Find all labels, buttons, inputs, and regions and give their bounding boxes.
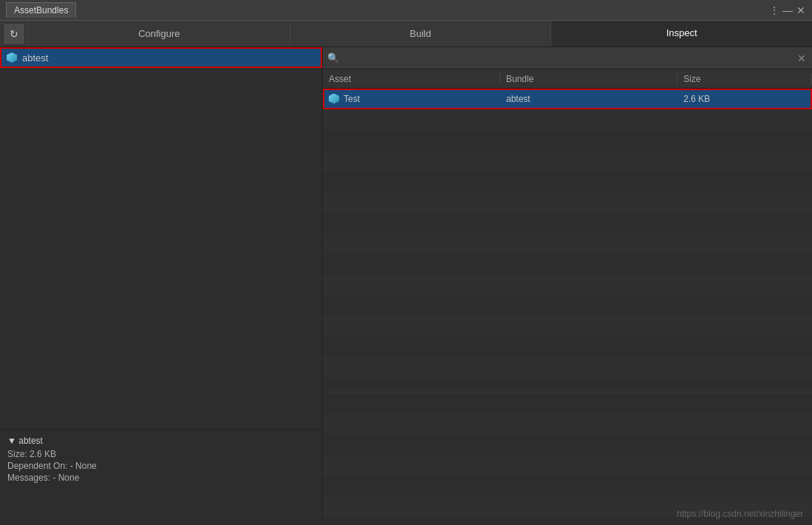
main-content: abtest ▼ abtest Size: 2.6 KB Dependent O… [0, 47, 812, 525]
toolbar-left: ↻ [0, 21, 28, 47]
search-clear-button[interactable]: ✕ [796, 52, 808, 64]
empty-row [323, 192, 812, 213]
search-icon: 🔍 [327, 52, 339, 64]
search-input[interactable] [342, 52, 796, 64]
empty-row [323, 171, 812, 192]
tab-build[interactable]: Build [290, 21, 551, 47]
title-bar: AssetBundles ⋮ — ✕ [0, 0, 812, 21]
bundle-cube-icon [6, 52, 18, 64]
bundle-list: abtest [0, 47, 322, 429]
empty-row [323, 337, 812, 357]
bundle-item-abtest[interactable]: abtest [0, 47, 322, 68]
empty-row [323, 233, 812, 254]
empty-row [323, 357, 812, 378]
right-bottom-panel [323, 392, 812, 525]
refresh-button[interactable]: ↻ [4, 24, 24, 44]
minimize-button[interactable]: — [782, 5, 793, 16]
empty-row [323, 316, 812, 337]
tab-bar: ↻ Configure Build Inspect [0, 21, 812, 47]
column-header-bundle: Bundle [500, 74, 678, 84]
asset-cube-icon [329, 94, 339, 104]
empty-row [323, 109, 812, 130]
info-panel: ▼ abtest Size: 2.6 KB Dependent On: - No… [0, 429, 322, 525]
empty-row [323, 151, 812, 171]
info-size: Size: 2.6 KB [7, 449, 315, 459]
empty-row [323, 378, 812, 391]
table-row[interactable]: Test abtest 2.6 KB [323, 89, 812, 109]
empty-row [323, 130, 812, 151]
empty-row [323, 476, 812, 496]
empty-row [323, 295, 812, 316]
column-header-asset: Asset [323, 74, 500, 84]
more-button[interactable]: ⋮ [769, 5, 779, 16]
tab-inspect[interactable]: Inspect [550, 21, 812, 47]
empty-row [323, 455, 812, 476]
watermark: https://blog.csdn.net/xinzhilinger [677, 509, 803, 519]
close-button[interactable]: ✕ [796, 5, 806, 16]
empty-row [323, 275, 812, 295]
info-dependent: Dependent On: - None [7, 461, 315, 471]
right-panel: 🔍 ✕ Asset Bundle Size Test [323, 47, 812, 525]
table-header: Asset Bundle Size [323, 69, 812, 89]
empty-row [323, 434, 812, 455]
empty-row [323, 393, 812, 414]
empty-row [323, 213, 812, 233]
window-tab[interactable]: AssetBundles [6, 2, 76, 18]
empty-row [323, 254, 812, 275]
info-title: ▼ abtest [7, 436, 315, 446]
search-bar: 🔍 ✕ [323, 47, 812, 69]
cell-size: 2.6 KB [678, 94, 812, 104]
window-controls: ⋮ — ✕ [769, 5, 806, 16]
asset-table: Asset Bundle Size Test abtest 2.6 KB [323, 69, 812, 391]
left-panel: abtest ▼ abtest Size: 2.6 KB Dependent O… [0, 47, 323, 525]
column-header-size: Size [678, 74, 812, 84]
right-panel-upper: 🔍 ✕ Asset Bundle Size Test [323, 47, 812, 392]
cell-asset: Test [323, 94, 500, 104]
cell-bundle: abtest [500, 94, 678, 104]
tab-configure[interactable]: Configure [28, 21, 290, 47]
empty-row [323, 414, 812, 434]
bundle-item-label: abtest [22, 52, 48, 64]
table-body: Test abtest 2.6 KB [323, 89, 812, 391]
info-messages: Messages: - None [7, 473, 315, 483]
